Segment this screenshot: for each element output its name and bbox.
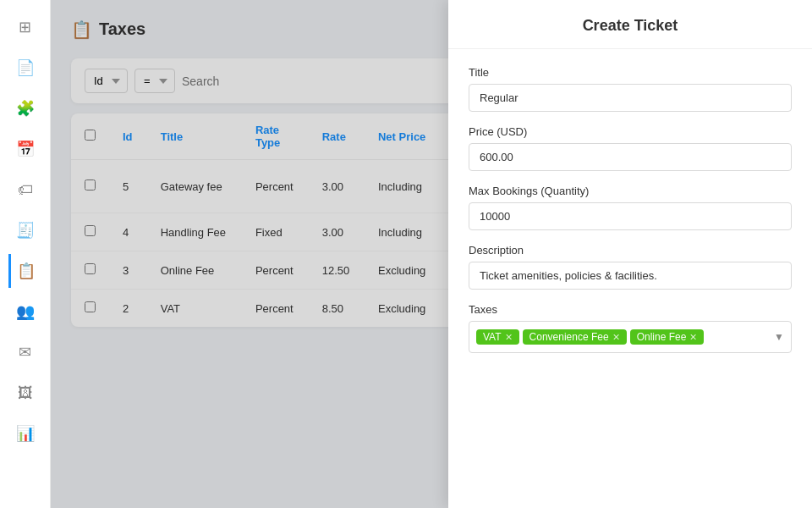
title-label: Title bbox=[469, 66, 792, 79]
sidebar-icon-document[interactable]: 📋 bbox=[8, 254, 42, 288]
tag-convenience-fee: Convenience Fee ✕ bbox=[523, 329, 627, 345]
sidebar-icon-mail[interactable]: ✉ bbox=[8, 335, 42, 369]
panel-header: Create Ticket bbox=[448, 0, 812, 49]
field-description: Description bbox=[469, 244, 792, 290]
main-content: 📋 Taxes + Add New 🗑 Bulk Delete Id = 🔍 I… bbox=[51, 0, 812, 508]
field-max-bookings: Max Bookings (Quantity) bbox=[469, 185, 792, 230]
price-input[interactable] bbox=[469, 143, 792, 171]
tag-online-fee: Online Fee ✕ bbox=[630, 329, 705, 345]
field-taxes: Taxes VAT ✕ Convenience Fee ✕ Online Fee… bbox=[469, 303, 792, 353]
field-title: Title bbox=[469, 66, 792, 112]
sidebar-icon-image[interactable]: 🖼 bbox=[8, 376, 42, 410]
title-input[interactable] bbox=[469, 84, 792, 112]
tag-vat-close[interactable]: ✕ bbox=[505, 332, 513, 343]
field-price: Price (USD) bbox=[469, 125, 792, 171]
sidebar-icon-tag[interactable]: 🏷 bbox=[8, 173, 42, 207]
sidebar-icon-calendar[interactable]: 📅 bbox=[8, 132, 42, 166]
max-bookings-label: Max Bookings (Quantity) bbox=[469, 185, 792, 197]
tags-dropdown-arrow[interactable]: ▼ bbox=[774, 331, 784, 343]
description-input[interactable] bbox=[469, 262, 792, 290]
tag-online-close[interactable]: ✕ bbox=[689, 332, 697, 343]
sidebar-icon-chart[interactable]: 📊 bbox=[8, 417, 42, 450]
sidebar-icon-users[interactable]: 👥 bbox=[8, 295, 42, 329]
tag-vat: VAT ✕ bbox=[476, 329, 519, 345]
sidebar-icon-dashboard[interactable]: ⊞ bbox=[8, 10, 42, 44]
panel-body: Title Price (USD) Max Bookings (Quantity… bbox=[448, 49, 812, 370]
panel-overlay: Create Ticket Title Price (USD) Max Book… bbox=[51, 0, 812, 508]
sidebar: ⊞ 📄 🧩 📅 🏷 🧾 📋 👥 ✉ 🖼 📊 bbox=[0, 0, 51, 508]
sidebar-icon-puzzle[interactable]: 🧩 bbox=[8, 91, 42, 125]
description-label: Description bbox=[469, 244, 792, 257]
price-label: Price (USD) bbox=[469, 125, 792, 138]
sidebar-icon-file[interactable]: 📄 bbox=[8, 51, 42, 85]
taxes-label: Taxes bbox=[469, 303, 792, 316]
panel-title: Create Ticket bbox=[583, 17, 678, 34]
taxes-tags-input[interactable]: VAT ✕ Convenience Fee ✕ Online Fee ✕ ▼ bbox=[469, 321, 792, 353]
create-ticket-panel: Create Ticket Title Price (USD) Max Book… bbox=[448, 0, 812, 508]
sidebar-icon-receipt[interactable]: 🧾 bbox=[8, 213, 42, 247]
max-bookings-input[interactable] bbox=[469, 202, 792, 230]
tag-convenience-close[interactable]: ✕ bbox=[612, 332, 620, 343]
